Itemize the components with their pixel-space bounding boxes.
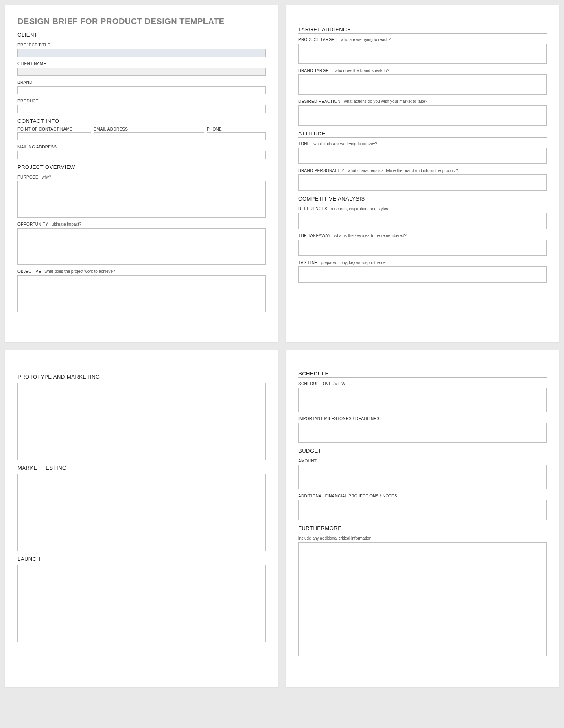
section-head-overview: PROJECT OVERVIEW xyxy=(17,164,266,171)
label-fin-notes: ADDITIONAL FINANCIAL PROJECTIONS / NOTES xyxy=(298,494,397,498)
label-product: PRODUCT xyxy=(17,99,39,103)
input-fin-notes[interactable] xyxy=(298,500,547,520)
input-furthermore[interactable] xyxy=(298,542,547,656)
section-attitude: ATTITUDE TONE what traits are we trying … xyxy=(298,131,547,191)
input-client-name[interactable] xyxy=(17,68,266,76)
input-brand[interactable] xyxy=(17,86,266,94)
section-head-launch: LAUNCH xyxy=(17,556,266,563)
section-market: MARKET TESTING xyxy=(17,465,266,551)
input-tone[interactable] xyxy=(298,148,547,164)
section-head-furthermore: FURTHERMORE xyxy=(298,525,547,532)
label-amount: AMOUNT xyxy=(298,459,317,463)
section-audience: TARGET AUDIENCE PRODUCT TARGET who are w… xyxy=(298,26,547,126)
hint-takeaway: what is the key idea to be remembered? xyxy=(334,233,407,238)
section-launch: LAUNCH xyxy=(17,556,266,642)
template-pages: DESIGN BRIEF FOR PRODUCT DESIGN TEMPLATE… xyxy=(5,5,559,687)
section-head-budget: BUDGET xyxy=(298,448,547,455)
main-title: DESIGN BRIEF FOR PRODUCT DESIGN TEMPLATE xyxy=(17,17,266,26)
hint-opportunity: ultimate impact? xyxy=(52,222,81,227)
label-purpose: PURPOSE xyxy=(17,175,38,179)
section-budget: BUDGET AMOUNT ADDITIONAL FINANCIAL PROJE… xyxy=(298,448,547,520)
hint-purpose: why? xyxy=(42,175,51,179)
hint-furthermore: include any additional critical informat… xyxy=(298,536,372,541)
label-objective: OBJECTIVE xyxy=(17,269,41,274)
hint-product-target: who are we trying to reach? xyxy=(341,37,391,42)
label-desired: DESIRED REACTION xyxy=(298,99,341,104)
label-product-target: PRODUCT TARGET xyxy=(298,37,337,42)
input-product-target[interactable] xyxy=(298,44,547,64)
section-head-market: MARKET TESTING xyxy=(17,465,266,472)
label-tone: TONE xyxy=(298,142,310,146)
input-personality[interactable] xyxy=(298,174,547,191)
label-opportunity: OPPORTUNITY xyxy=(17,222,48,227)
input-desired[interactable] xyxy=(298,105,547,126)
label-tagline: TAG LINE xyxy=(298,260,317,265)
section-head-audience: TARGET AUDIENCE xyxy=(298,26,547,34)
section-client: CLIENT PROJECT TITLE CLIENT NAME BRAND P… xyxy=(17,32,266,113)
label-brand: BRAND xyxy=(17,80,33,85)
input-purpose[interactable] xyxy=(17,181,266,218)
hint-tagline: prepared copy, key words, or theme xyxy=(321,260,386,265)
section-competitive: COMPETITIVE ANALYSIS REFERENCES research… xyxy=(298,196,547,283)
label-schedule-overview: SCHEDULE OVERVIEW xyxy=(298,381,345,386)
input-schedule-overview[interactable] xyxy=(298,388,547,412)
input-objective[interactable] xyxy=(17,275,266,312)
section-proto: PROTOTYPE AND MARKETING xyxy=(17,374,266,460)
input-mailing[interactable] xyxy=(17,151,266,159)
label-references: REFERENCES xyxy=(298,207,327,211)
label-brand-target: BRAND TARGET xyxy=(298,68,331,73)
page-2: TARGET AUDIENCE PRODUCT TARGET who are w… xyxy=(286,5,559,342)
section-contact: CONTACT INFO POINT OF CONTACT NAME EMAIL… xyxy=(17,118,266,159)
input-poc[interactable] xyxy=(17,132,91,140)
hint-objective: what does the project work to achieve? xyxy=(45,269,115,274)
label-poc: POINT OF CONTACT NAME xyxy=(17,127,91,131)
label-mailing: MAILING ADDRESS xyxy=(17,145,57,149)
label-project-title: PROJECT TITLE xyxy=(17,43,50,47)
input-proto[interactable] xyxy=(17,383,266,460)
label-client-name: CLIENT NAME xyxy=(17,61,46,66)
input-takeaway[interactable] xyxy=(298,240,547,256)
label-email: EMAIL ADDRESS xyxy=(94,127,204,131)
label-takeaway: THE TAKEAWAY xyxy=(298,233,331,238)
hint-brand-target: who does the brand speak to? xyxy=(334,68,389,73)
hint-desired: what actions do you wish your market to … xyxy=(344,99,427,104)
input-project-title[interactable] xyxy=(17,49,266,57)
section-head-competitive: COMPETITIVE ANALYSIS xyxy=(298,196,547,203)
input-opportunity[interactable] xyxy=(17,228,266,265)
label-phone: PHONE xyxy=(207,127,266,131)
section-head-client: CLIENT xyxy=(17,32,266,39)
hint-tone: what traits are we trying to convey? xyxy=(313,142,377,146)
section-furthermore: FURTHERMORE include any additional criti… xyxy=(298,525,547,656)
section-schedule: SCHEDULE SCHEDULE OVERVIEW IMPORTANT MIL… xyxy=(298,371,547,443)
input-references[interactable] xyxy=(298,213,547,229)
input-email[interactable] xyxy=(94,132,204,140)
label-personality: BRAND PERSONALITY xyxy=(298,168,344,173)
hint-personality: what characteristics define the brand an… xyxy=(348,168,458,173)
input-brand-target[interactable] xyxy=(298,74,547,95)
label-milestones: IMPORTANT MILESTONES / DEADLINES xyxy=(298,416,379,421)
input-product[interactable] xyxy=(17,105,266,113)
input-milestones[interactable] xyxy=(298,423,547,443)
input-launch[interactable] xyxy=(17,565,266,642)
input-tagline[interactable] xyxy=(298,266,547,283)
page-1: DESIGN BRIEF FOR PRODUCT DESIGN TEMPLATE… xyxy=(5,5,278,342)
input-amount[interactable] xyxy=(298,465,547,489)
page-3: PROTOTYPE AND MARKETING MARKET TESTING L… xyxy=(5,350,278,687)
page-4: SCHEDULE SCHEDULE OVERVIEW IMPORTANT MIL… xyxy=(286,350,559,687)
section-head-schedule: SCHEDULE xyxy=(298,371,547,378)
input-market[interactable] xyxy=(17,474,266,551)
section-head-proto: PROTOTYPE AND MARKETING xyxy=(17,374,266,381)
input-phone[interactable] xyxy=(207,132,266,140)
section-head-contact: CONTACT INFO xyxy=(17,118,266,125)
section-overview: PROJECT OVERVIEW PURPOSE why? OPPORTUNIT… xyxy=(17,164,266,312)
section-head-attitude: ATTITUDE xyxy=(298,131,547,138)
hint-references: research, inspiration, and styles xyxy=(331,207,388,211)
